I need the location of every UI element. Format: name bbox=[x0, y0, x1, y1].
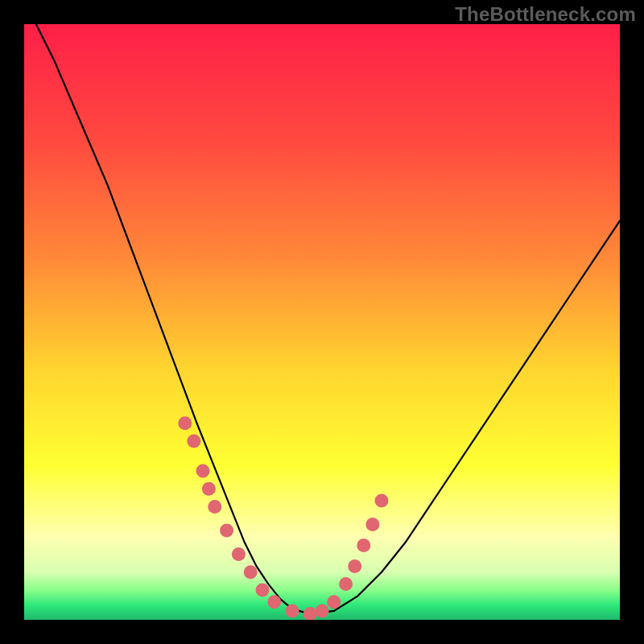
sample-point bbox=[187, 435, 200, 448]
sample-point bbox=[316, 604, 329, 617]
sample-point bbox=[208, 500, 221, 514]
sample-point bbox=[303, 607, 317, 620]
chart-svg bbox=[24, 24, 620, 620]
sample-point bbox=[365, 518, 379, 531]
sample-point bbox=[286, 604, 299, 617]
plot-area bbox=[24, 24, 620, 620]
sample-point bbox=[220, 524, 233, 538]
sample-point bbox=[232, 547, 246, 561]
sample-point bbox=[256, 584, 270, 597]
sample-point bbox=[178, 416, 192, 430]
sample-point bbox=[357, 539, 370, 552]
sample-point bbox=[327, 595, 341, 609]
sample-point bbox=[196, 464, 210, 478]
sample-point bbox=[375, 494, 389, 508]
sample-point bbox=[244, 565, 258, 579]
bottleneck-curve bbox=[36, 24, 620, 614]
sample-point bbox=[348, 559, 361, 573]
sample-point bbox=[267, 595, 281, 609]
chart-root: TheBottleneck.com bbox=[0, 0, 644, 644]
sample-markers bbox=[178, 416, 388, 620]
watermark-text: TheBottleneck.com bbox=[455, 3, 636, 26]
sample-point bbox=[202, 482, 216, 496]
sample-point bbox=[339, 577, 353, 591]
